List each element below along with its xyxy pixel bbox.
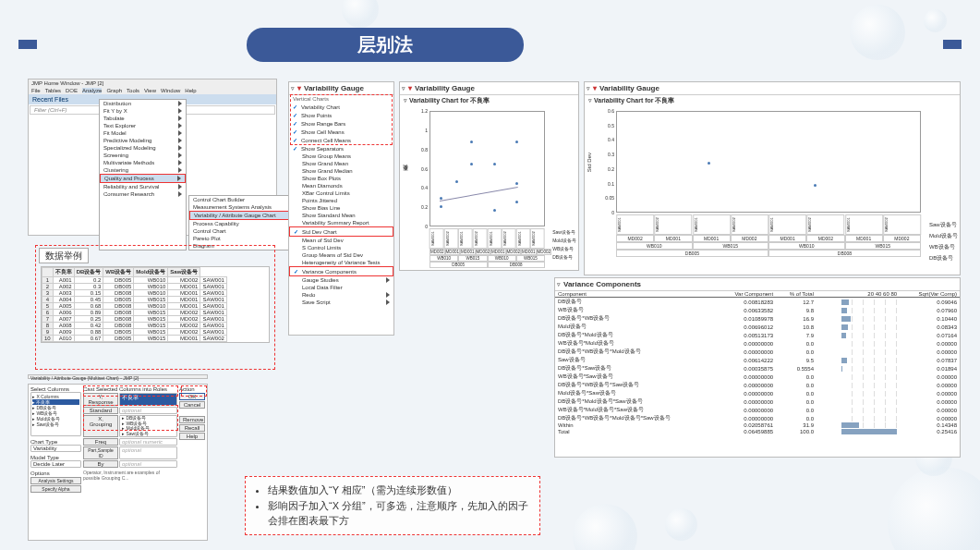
vgopt-gauge-studies[interactable]: Gauge Studies [289, 276, 393, 284]
ok-btn[interactable]: OK [179, 393, 205, 400]
analyze-quality-and-process[interactable]: Quality and Process [100, 174, 186, 183]
vgopt-show-box-plots[interactable]: Show Box Plots [289, 175, 393, 182]
vgopt-redo[interactable]: Redo [289, 291, 393, 299]
standard-btn[interactable]: Standard [83, 407, 118, 414]
menu-analyze[interactable]: Analyze [82, 88, 102, 93]
page-title: 层别法 [247, 28, 524, 62]
standard-val[interactable]: optional [119, 407, 177, 414]
menu-file[interactable]: File [31, 88, 41, 93]
vgopt-variability-summary-report[interactable]: Variability Summary Report [289, 219, 393, 226]
freq-btn[interactable]: Freq [83, 438, 118, 446]
vgopt-variability-chart[interactable]: Variability Chart [289, 103, 393, 111]
vg-menu-triangle[interactable]: ▾ [297, 84, 301, 92]
dialog-title: Variability / Attribute Gauge (Multiset … [28, 374, 208, 379]
x-grouping-btn[interactable]: X, Grouping [83, 415, 118, 437]
y-response-btn[interactable]: Y, Response [83, 393, 118, 406]
vc-panel: ▿Variance Components ComponentVar Compon… [554, 277, 961, 458]
specify-alpha-btn[interactable]: Specify Alpha [30, 485, 81, 493]
menu-view[interactable]: View [144, 88, 156, 93]
vgopt-connect-cell-means[interactable]: Connect Cell Means [289, 136, 393, 144]
by-val[interactable]: optional [119, 460, 177, 468]
analyze-specialized-modeling[interactable]: Specialized Modeling [100, 144, 186, 152]
menubar[interactable]: FileTablesDOEAnalyzeGraphToolsViewWindow… [29, 87, 276, 94]
vgopt-group-means-of-std-dev[interactable]: Group Means of Std Dev [289, 251, 393, 259]
remove-btn[interactable]: Remove [179, 416, 205, 423]
vg-menu[interactable]: ▿▾Variability Gauge Vertical Charts Vari… [288, 81, 394, 336]
qp-diagram[interactable]: Diagram [189, 242, 298, 250]
vgopt-show-standard-mean[interactable]: Show Standard Mean [289, 212, 393, 219]
chart1-plot [430, 111, 545, 226]
qp-pareto-plot[interactable]: Pareto Plot [189, 235, 298, 242]
x-grouping-vals[interactable]: ▸ DB设备号▸ WB设备号▸ Mold设备号▸ Saw设备号 [119, 415, 177, 437]
analyze-clustering[interactable]: Clustering [100, 166, 186, 174]
columns-list[interactable]: ▸ X Columns▸ 不良率▸ DB设备号▸ WB设备号▸ Mold设备号▸… [30, 392, 81, 436]
analyze-reliability-and-survival[interactable]: Reliability and Survival [100, 183, 186, 190]
chart2-ylabel: Std Dev [587, 153, 592, 172]
vgopt-show-group-means[interactable]: Show Group Means [289, 153, 393, 160]
analysis-settings-btn[interactable]: Analysis Settings [30, 477, 81, 484]
analyze-multivariate-methods[interactable]: Multivariate Methods [100, 159, 186, 166]
qp-measurement-systems-analysis[interactable]: Measurement Systems Analysis [189, 203, 298, 211]
menu-help[interactable]: Help [185, 88, 196, 93]
part-btn[interactable]: Part,Sample ID [83, 446, 118, 459]
menu-tables[interactable]: Tables [45, 88, 61, 93]
menu-graph[interactable]: Graph [106, 88, 122, 93]
vgopt-points-jittered[interactable]: Points Jittered [289, 197, 393, 204]
analyze-menu[interactable]: DistributionFit Y by XTabulateText Explo… [99, 99, 187, 251]
qp-process-capability[interactable]: Process Capability [189, 220, 298, 227]
part-val[interactable]: optional [119, 446, 177, 459]
analyze-fit-y-by-x[interactable]: Fit Y by X [100, 107, 186, 115]
help-btn[interactable]: Help [179, 433, 205, 440]
vgopt-s-control-limits[interactable]: S Control Limits [289, 244, 393, 251]
vg-chart1-title: Variability Gauge [415, 84, 475, 92]
analyze-tabulate[interactable]: Tabulate [100, 115, 186, 122]
vgopt-xbar-control-limits[interactable]: XBar Control Limits [289, 189, 393, 197]
vg-menu-title: Variability Gauge [304, 84, 364, 92]
analyze-fit-model[interactable]: Fit Model [100, 129, 186, 137]
recall-btn[interactable]: Recall [179, 424, 205, 432]
freq-val[interactable]: optional numeric [119, 438, 177, 446]
analyze-predictive-modeling[interactable]: Predictive Modeling [100, 137, 186, 144]
vgopt-show-points[interactable]: Show Points [289, 111, 393, 119]
vgopt-show-cell-means[interactable]: Show Cell Means [289, 128, 393, 136]
charttype-select[interactable]: Variability [30, 445, 81, 452]
vgopt-show-grand-median[interactable]: Show Grand Median [289, 167, 393, 175]
chart2-subtitle: Variability Chart for 不良率 [594, 97, 675, 104]
vgopt-heterogeneity-of-variance-tests[interactable]: Heterogeneity of Variance Tests [289, 259, 393, 266]
chart-panel-1: ▿▾Variability Gauge ▿ Variability Chart … [399, 81, 579, 271]
data-table-panel: 不良率DB设备号WB设备号Mold设备号Saw设备号1A0010.2DB005W… [41, 266, 270, 343]
chart2-plot [616, 111, 921, 213]
title-bar: 层别法 [0, 28, 980, 61]
qp-control-chart-builder[interactable]: Control Chart Builder [189, 196, 298, 203]
qp-submenu[interactable]: Control Chart BuilderMeasurement Systems… [188, 195, 299, 251]
vgopt-show-bias-line[interactable]: Show Bias Line [289, 204, 393, 212]
qp-variability-attribute-gauge-chart[interactable]: Variability / Attribute Gauge Chart [189, 211, 298, 220]
vg-chart2-title: Variability Gauge [599, 84, 659, 92]
vgopt-local-data-filter[interactable]: Local Data Filter [289, 284, 393, 291]
by-btn[interactable]: By [83, 460, 118, 468]
y-response-val[interactable]: 不良率 [119, 393, 177, 406]
vgopt-std-dev-chart[interactable]: Std Dev Chart [289, 226, 393, 237]
qp-control-chart[interactable]: Control Chart [189, 227, 298, 235]
cancel-btn[interactable]: Cancel [179, 401, 205, 409]
analyze-screening[interactable]: Screening [100, 152, 186, 159]
vc-title: Variance Components [563, 280, 641, 288]
vgopt-show-range-bars[interactable]: Show Range Bars [289, 119, 393, 128]
vgopt-show-grand-mean[interactable]: Show Grand Mean [289, 160, 393, 167]
menu-tools[interactable]: Tools [127, 88, 139, 93]
menu-window[interactable]: Window [161, 88, 180, 93]
vgopt-variance-components[interactable]: Variance Components [289, 266, 393, 276]
modeltype-select[interactable]: Decide Later [30, 460, 81, 468]
analyze-consumer-research[interactable]: Consumer Research [100, 190, 186, 198]
chart-panel-2: ▿▾Variability Gauge ▿ Variability Chart … [584, 81, 961, 275]
options-label: Options [30, 471, 81, 476]
dialog-panel: Select Columns ▸ X Columns▸ 不良率▸ DB设备号▸ … [28, 384, 208, 541]
vgopt-mean-diamonds[interactable]: Mean Diamonds [289, 182, 393, 189]
analyze-text-explorer[interactable]: Text Explorer [100, 122, 186, 129]
vgopt-show-separators[interactable]: Show Separators [289, 144, 393, 153]
annot-line1: 结果数值加入“Y 相应”（需为连续形数值） [268, 483, 530, 498]
analyze-distribution[interactable]: Distribution [100, 100, 186, 107]
vgopt-mean-of-std-dev[interactable]: Mean of Std Dev [289, 237, 393, 244]
vgopt-save-script[interactable]: Save Script [289, 299, 393, 306]
menu-doe[interactable]: DOE [66, 88, 78, 93]
